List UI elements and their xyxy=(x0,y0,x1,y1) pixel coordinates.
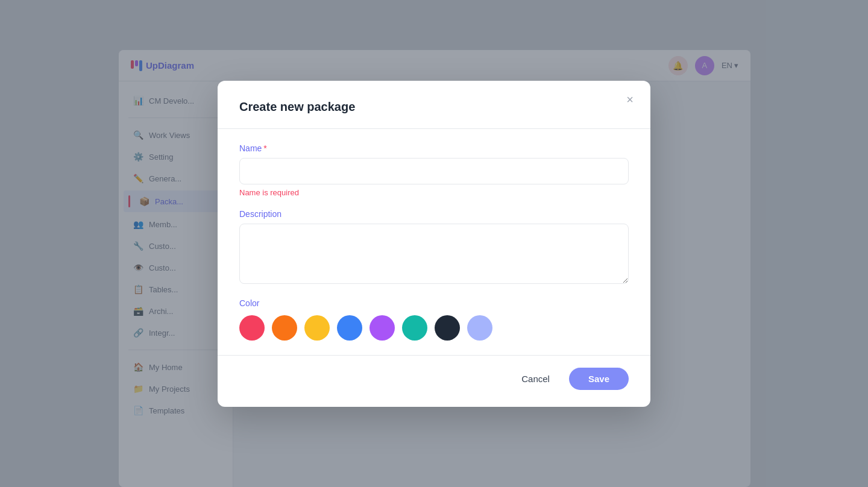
color-label: Color xyxy=(239,298,629,308)
description-input[interactable] xyxy=(239,224,629,284)
name-required-star: * xyxy=(263,143,266,153)
color-swatch-teal[interactable] xyxy=(402,315,427,341)
name-error-message: Name is required xyxy=(239,188,629,197)
color-swatch-blue[interactable] xyxy=(337,315,362,341)
color-swatch-purple[interactable] xyxy=(370,315,395,341)
name-input[interactable] xyxy=(239,158,629,184)
color-swatch-black[interactable] xyxy=(435,315,460,341)
color-swatch-yellow[interactable] xyxy=(304,315,330,341)
create-package-modal: × Create new package Name * Name is requ… xyxy=(218,81,650,407)
modal-title: Create new package xyxy=(239,100,629,114)
color-swatch-lavender[interactable] xyxy=(467,315,492,341)
modal-footer-divider xyxy=(218,355,650,356)
modal-overlay: × Create new package Name * Name is requ… xyxy=(0,0,868,487)
description-field-group: Description xyxy=(239,209,629,286)
color-field-group: Color xyxy=(239,298,629,341)
modal-actions: Cancel Save xyxy=(239,368,629,390)
cancel-button[interactable]: Cancel xyxy=(512,369,559,389)
color-swatch-orange[interactable] xyxy=(272,315,297,341)
color-swatch-red[interactable] xyxy=(239,315,265,341)
name-field-group: Name * Name is required xyxy=(239,143,629,197)
name-label: Name * xyxy=(239,143,629,153)
color-swatches xyxy=(239,315,629,341)
description-label: Description xyxy=(239,209,629,219)
save-button[interactable]: Save xyxy=(569,368,629,390)
modal-close-button[interactable]: × xyxy=(621,92,638,108)
modal-title-divider xyxy=(218,128,650,129)
